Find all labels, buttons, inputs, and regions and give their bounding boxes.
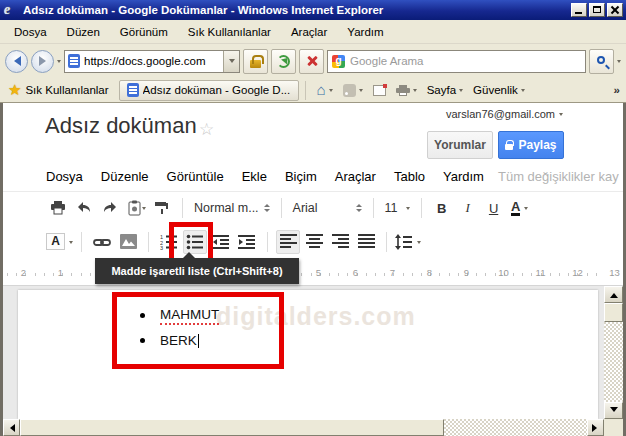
forward-button[interactable] bbox=[31, 50, 54, 73]
docs-menu-yardim[interactable]: Yardım bbox=[434, 165, 493, 188]
insert-link-button[interactable] bbox=[90, 230, 114, 254]
save-status: Tüm değişiklikler kay bbox=[498, 169, 619, 184]
title-bar: e Adsız doküman - Google Dokümanlar - Wi… bbox=[0, 0, 626, 20]
docs-menu-araclar[interactable]: Araçlar bbox=[326, 165, 385, 188]
horizontal-scroll-thumb[interactable] bbox=[20, 419, 444, 436]
account-menu[interactable]: varslan76@gmail.com bbox=[446, 108, 563, 120]
page-menu-label: Sayfa bbox=[427, 84, 456, 96]
align-center-button[interactable] bbox=[302, 230, 326, 254]
docs-menu-bicim[interactable]: Biçim bbox=[276, 165, 326, 188]
minimize-button[interactable] bbox=[571, 3, 587, 17]
back-button[interactable] bbox=[5, 50, 28, 73]
chevron-down-icon bbox=[359, 89, 363, 94]
link-icon bbox=[93, 234, 111, 250]
browser-viewport: varslan76@gmail.com Adsız doküman ☆ Yoru… bbox=[0, 103, 626, 436]
underline-button[interactable]: U bbox=[482, 196, 506, 220]
horizontal-scrollbar[interactable] bbox=[3, 419, 604, 436]
read-mail-button[interactable] bbox=[368, 83, 391, 98]
svg-text:3: 3 bbox=[160, 245, 163, 250]
maximize-button[interactable] bbox=[589, 3, 605, 17]
styles-value: Normal m... bbox=[194, 201, 259, 215]
stop-button[interactable] bbox=[299, 49, 324, 74]
document-page[interactable]: digitalders.com MAHMUT BERK bbox=[18, 290, 598, 419]
horizontal-scroll-track[interactable] bbox=[444, 419, 587, 436]
security-lock-button[interactable] bbox=[243, 49, 268, 74]
ruler-number: 5 bbox=[300, 267, 337, 278]
url-dropdown-button[interactable] bbox=[223, 51, 239, 72]
arrow-left-icon bbox=[6, 424, 15, 432]
vertical-scrollbar[interactable] bbox=[604, 286, 623, 419]
print-button[interactable] bbox=[391, 83, 422, 98]
redo-button[interactable] bbox=[98, 196, 122, 220]
vertical-scroll-thumb[interactable] bbox=[604, 303, 623, 322]
recent-pages-dropdown[interactable] bbox=[57, 60, 61, 65]
paint-format-button[interactable] bbox=[150, 196, 174, 220]
star-document-button[interactable]: ☆ bbox=[199, 119, 214, 140]
menu-dosya[interactable]: Dosya bbox=[4, 23, 57, 41]
menu-duzen[interactable]: Düzen bbox=[57, 23, 110, 41]
ruler-number: 7 bbox=[374, 267, 411, 278]
bold-button[interactable]: B bbox=[430, 196, 454, 220]
line-spacing-button[interactable] bbox=[395, 230, 421, 254]
increase-indent-button[interactable] bbox=[235, 230, 259, 254]
text-color-button[interactable]: A bbox=[508, 196, 532, 220]
close-button[interactable] bbox=[607, 3, 623, 17]
scroll-up-button[interactable] bbox=[604, 286, 623, 303]
refresh-button[interactable] bbox=[271, 49, 296, 74]
align-right-button[interactable] bbox=[328, 230, 352, 254]
align-left-button[interactable] bbox=[276, 230, 300, 254]
undo-icon bbox=[76, 200, 92, 216]
url-text[interactable]: https://docs.google.com bbox=[84, 55, 223, 67]
back-icon bbox=[9, 56, 21, 66]
italic-button[interactable]: I bbox=[456, 196, 480, 220]
scroll-left-button[interactable] bbox=[3, 419, 20, 436]
toolbar-overflow-button[interactable]: » bbox=[612, 84, 622, 96]
docs-menu-tablo[interactable]: Tablo bbox=[385, 165, 434, 188]
page-menu-button[interactable]: Sayfa bbox=[422, 82, 468, 98]
feeds-button[interactable] bbox=[338, 82, 368, 99]
annotation-box-list bbox=[112, 292, 284, 369]
menu-sik-kullanilanlar[interactable]: Sık Kullanılanlar bbox=[178, 23, 281, 41]
font-dropdown[interactable]: Arial bbox=[289, 201, 366, 215]
undo-button[interactable] bbox=[72, 196, 96, 220]
docs-menu-goruntule[interactable]: Görüntüle bbox=[158, 165, 233, 188]
docs-menu-ekle[interactable]: Ekle bbox=[233, 165, 276, 188]
menu-araclar[interactable]: Araçlar bbox=[281, 23, 337, 41]
menu-gorunum[interactable]: Görünüm bbox=[110, 23, 178, 41]
justify-button[interactable] bbox=[354, 230, 378, 254]
search-button[interactable] bbox=[589, 49, 614, 74]
ruler-number: 2 bbox=[5, 267, 42, 278]
italic-icon: I bbox=[465, 200, 469, 216]
scrollbar-corner bbox=[604, 419, 623, 436]
favorites-button[interactable]: Sık Kullanılanlar bbox=[25, 84, 108, 96]
stepper-icon bbox=[356, 201, 362, 215]
line-spacing-icon bbox=[395, 234, 413, 250]
highlight-color-button[interactable]: A bbox=[46, 230, 73, 254]
vertical-scroll-track[interactable] bbox=[604, 322, 623, 402]
docs-menu-duzenle[interactable]: Düzenle bbox=[92, 165, 158, 188]
insert-image-button[interactable] bbox=[116, 230, 140, 254]
maximize-icon bbox=[593, 6, 601, 13]
font-size-dropdown[interactable]: 11 bbox=[381, 201, 414, 215]
page-tab[interactable]: Adsız doküman - Google D... bbox=[119, 80, 299, 101]
scroll-down-button[interactable] bbox=[604, 402, 623, 419]
search-options-dropdown[interactable] bbox=[617, 60, 621, 65]
menu-yardim[interactable]: Yardım bbox=[337, 23, 393, 41]
styles-dropdown[interactable]: Normal m... bbox=[190, 201, 274, 215]
arrow-down-icon bbox=[610, 407, 618, 416]
print-button[interactable] bbox=[46, 196, 70, 220]
home-button[interactable]: ⌂ bbox=[312, 81, 338, 99]
ruler-number: 11 bbox=[522, 267, 559, 278]
chevron-down-icon bbox=[521, 89, 525, 94]
search-input[interactable]: Google Arama bbox=[327, 50, 586, 73]
paste-format-button[interactable] bbox=[124, 196, 148, 220]
image-icon bbox=[120, 234, 137, 249]
docs-menu-dosya[interactable]: Dosya bbox=[37, 165, 92, 188]
url-field[interactable]: https://docs.google.com bbox=[64, 50, 240, 73]
forward-icon bbox=[39, 56, 51, 66]
security-menu-button[interactable]: Güvenlik bbox=[468, 82, 530, 98]
document-title[interactable]: Adsız doküman bbox=[45, 113, 197, 139]
scroll-right-button[interactable] bbox=[587, 419, 604, 436]
share-button[interactable]: Paylaş bbox=[498, 131, 564, 159]
comments-button[interactable]: Yorumlar bbox=[427, 131, 493, 159]
